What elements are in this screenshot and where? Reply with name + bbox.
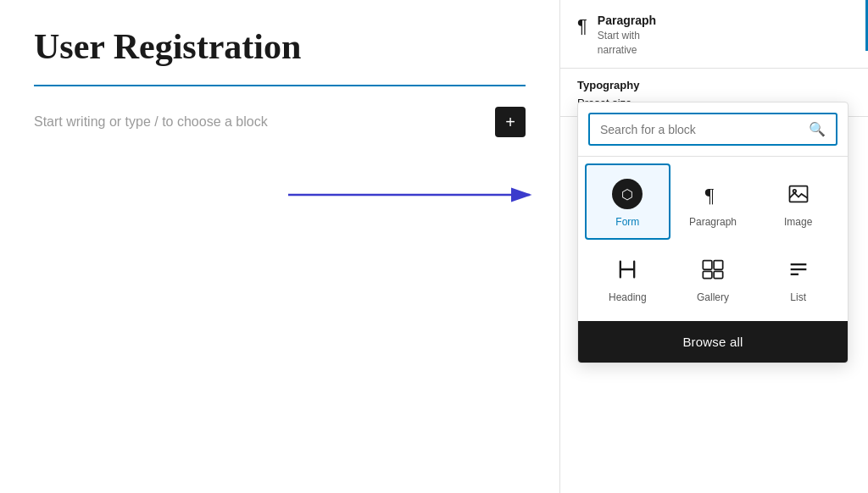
block-picker-panel: 🔍 ⬡ Form ¶ [577, 102, 849, 363]
block-item-form[interactable]: ⬡ Form [585, 163, 670, 240]
paragraph-desc: Start withnarrative [598, 29, 851, 58]
paragraph-suggestion: ¶ Paragraph Start withnarrative [560, 0, 868, 69]
block-label-list: List [790, 291, 806, 303]
form-icon: ⬡ [612, 179, 643, 209]
paragraph-block-icon: ¶ [698, 179, 728, 209]
gallery-block-icon [698, 254, 728, 285]
title-underline [34, 85, 526, 86]
block-label-form: Form [615, 216, 639, 228]
block-grid: ⬡ Form ¶ Paragraph [578, 157, 848, 321]
svg-text:⬡: ⬡ [621, 187, 633, 202]
svg-rect-8 [714, 261, 723, 270]
block-item-list[interactable]: List [755, 240, 841, 314]
placeholder-text: Start writing or type / to choose a bloc… [34, 114, 268, 130]
svg-point-6 [793, 190, 796, 193]
block-label-image: Image [784, 216, 812, 228]
block-item-paragraph[interactable]: ¶ Paragraph [670, 163, 756, 240]
block-label-paragraph: Paragraph [689, 216, 737, 228]
block-label-gallery: Gallery [697, 291, 729, 303]
heading-block-icon [612, 254, 643, 285]
search-icon: 🔍 [809, 121, 826, 137]
block-label-heading: Heading [609, 291, 647, 303]
svg-rect-10 [714, 271, 723, 278]
block-item-gallery[interactable]: Gallery [670, 240, 756, 314]
list-block-icon [783, 254, 814, 285]
paragraph-text-wrap: Paragraph Start withnarrative [598, 14, 851, 58]
paragraph-label: Paragraph [598, 14, 851, 27]
search-area: 🔍 [578, 102, 848, 157]
svg-rect-7 [703, 261, 712, 270]
block-item-heading[interactable]: Heading [585, 240, 670, 314]
right-sidebar: ¶ Paragraph Start withnarrative Typograp… [559, 0, 868, 493]
image-block-icon [783, 179, 814, 209]
editor-area: User Registration Start writing or type … [0, 0, 559, 493]
svg-rect-5 [789, 186, 807, 202]
browse-all-button[interactable]: Browse all [578, 321, 848, 363]
add-block-button[interactable]: + [495, 107, 526, 137]
paragraph-icon: ¶ [577, 15, 587, 37]
svg-rect-9 [703, 271, 712, 278]
search-input[interactable] [600, 123, 802, 136]
editor-placeholder-row: Start writing or type / to choose a bloc… [34, 107, 526, 137]
block-item-image[interactable]: Image [755, 163, 841, 240]
search-input-wrapper[interactable]: 🔍 [588, 113, 837, 146]
svg-text:¶: ¶ [705, 184, 715, 206]
page-title: User Registration [34, 25, 526, 68]
typography-label: Typography [577, 79, 851, 91]
